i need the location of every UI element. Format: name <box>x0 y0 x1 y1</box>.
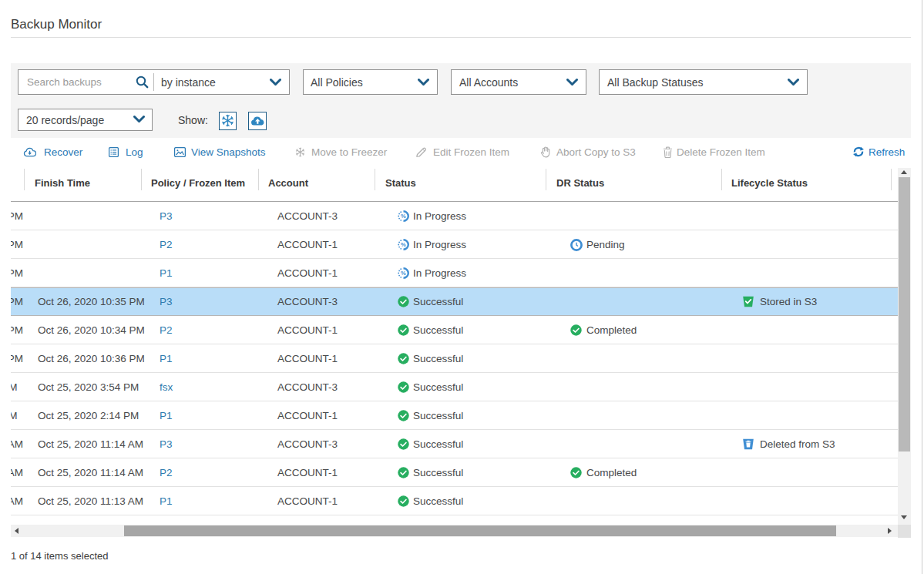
svg-text:%: % <box>401 241 406 248</box>
svg-text:%: % <box>401 213 406 220</box>
svg-text:%: % <box>401 270 406 277</box>
